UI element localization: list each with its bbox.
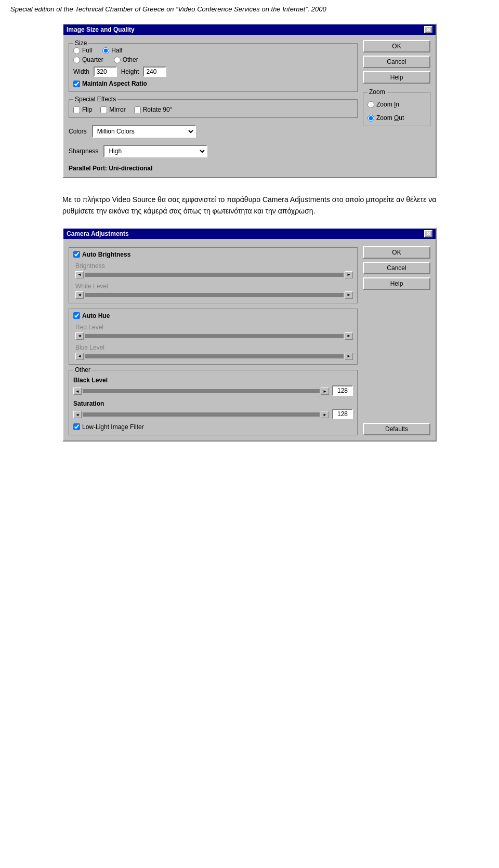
camera-defaults-button[interactable]: Defaults [363, 423, 430, 435]
saturation-label: Saturation [73, 400, 353, 407]
camera-left: Auto Brightness Brightness ◄ ► White Lev… [69, 244, 358, 435]
mirror-checkbox[interactable] [100, 106, 107, 113]
half-label: Half [111, 47, 122, 54]
sharpness-row: Sharpness High Medium Low [69, 145, 358, 157]
auto-brightness-item[interactable]: Auto Brightness [73, 251, 353, 258]
black-right-arrow[interactable]: ► [321, 388, 329, 395]
saturation-left-arrow[interactable]: ◄ [73, 411, 82, 418]
black-level-field[interactable] [332, 385, 353, 396]
rotate-label: Rotate 90° [143, 106, 173, 113]
quarter-radio-item[interactable]: Quarter [73, 56, 103, 63]
image-size-right: OK Cancel Help Zoom Zoom In Zoom Out [363, 40, 430, 172]
camera-cancel-button[interactable]: Cancel [363, 262, 430, 274]
saturation-right-arrow[interactable]: ► [321, 411, 329, 418]
other-group-label: Other [73, 366, 92, 373]
maintain-aspect-label: Maintain Aspect Ratio [82, 80, 147, 87]
saturation-section: Saturation ◄ ► [73, 400, 353, 419]
brightness-left-arrow[interactable]: ◄ [75, 271, 84, 278]
half-radio[interactable] [102, 47, 109, 54]
other-radio[interactable] [114, 57, 121, 63]
camera-right: OK Cancel Help Defaults [363, 244, 430, 435]
rotate-checkbox[interactable] [134, 106, 141, 113]
parallel-port: Parallel Port: Uni-directional [69, 165, 358, 172]
ok-button[interactable]: OK [363, 40, 430, 52]
full-radio[interactable] [73, 47, 80, 54]
red-bar [85, 334, 344, 338]
mirror-item[interactable]: Mirror [100, 106, 125, 113]
image-size-close-button[interactable]: ✕ [424, 26, 432, 33]
blue-level-slider[interactable]: ◄ ► [75, 353, 353, 360]
zoom-in-item[interactable]: Zoom In [367, 101, 426, 108]
blue-left-arrow[interactable]: ◄ [75, 353, 84, 360]
height-field[interactable] [143, 66, 166, 77]
flip-label: Flip [82, 106, 92, 113]
white-level-section: White Level ◄ ► [73, 283, 353, 299]
cancel-button[interactable]: Cancel [363, 56, 430, 68]
camera-title: Camera Adjustments [67, 230, 129, 237]
height-label: Height [121, 68, 139, 75]
spacer [363, 293, 430, 420]
brightness-right-arrow[interactable]: ► [345, 271, 353, 278]
half-radio-item[interactable]: Half [102, 47, 122, 54]
special-effects-label: Special Effects [73, 96, 117, 103]
zoom-label: Zoom [367, 88, 387, 96]
special-effects-row: Flip Mirror Rotate 90° [73, 106, 353, 113]
maintain-aspect-checkbox[interactable] [73, 81, 80, 87]
zoom-in-label: Zoom In [376, 101, 399, 108]
brightness-section: Brightness ◄ ► [73, 262, 353, 278]
size-radio-row1: Full Half [73, 47, 353, 54]
size-group-label: Size [73, 39, 88, 47]
black-level-slider[interactable]: ◄ ► [73, 388, 329, 395]
black-left-arrow[interactable]: ◄ [73, 388, 82, 395]
flip-checkbox[interactable] [73, 106, 80, 113]
red-right-arrow[interactable]: ► [345, 332, 353, 340]
blue-right-arrow[interactable]: ► [345, 353, 353, 360]
width-label: Width [73, 68, 89, 75]
body-text: Με το πλήκτρο Video Source θα σας εμφανι… [62, 194, 437, 217]
black-level-row: ◄ ► [73, 385, 353, 396]
low-light-item[interactable]: Low-Light Image Filter [73, 423, 353, 431]
other-group: Other Black Level ◄ ► Saturation [69, 370, 358, 435]
auto-brightness-checkbox[interactable] [73, 251, 80, 258]
colors-label: Colors [69, 128, 87, 135]
auto-hue-label: Auto Hue [82, 312, 110, 319]
auto-hue-item[interactable]: Auto Hue [73, 312, 353, 319]
auto-brightness-label: Auto Brightness [82, 251, 130, 258]
red-level-label: Red Level [75, 324, 353, 331]
blue-level-section: Blue Level ◄ ► [73, 344, 353, 360]
white-bar [85, 293, 344, 297]
rotate-item[interactable]: Rotate 90° [134, 106, 173, 113]
flip-item[interactable]: Flip [73, 106, 92, 113]
quarter-radio[interactable] [73, 57, 80, 63]
saturation-field[interactable] [332, 409, 353, 419]
saturation-slider[interactable]: ◄ ► [73, 411, 329, 418]
zoom-out-item[interactable]: Zoom Out [367, 114, 426, 122]
low-light-checkbox[interactable] [73, 423, 80, 430]
other-radio-item[interactable]: Other [114, 56, 138, 63]
image-size-title: Image Size and Quality [67, 26, 135, 33]
zoom-out-radio[interactable] [367, 115, 374, 122]
sharpness-label: Sharpness [69, 148, 98, 155]
brightness-slider[interactable]: ◄ ► [75, 271, 353, 278]
width-field[interactable] [94, 66, 117, 77]
white-right-arrow[interactable]: ► [345, 291, 353, 299]
red-left-arrow[interactable]: ◄ [75, 332, 84, 340]
size-group: Size Full Half Quarter [69, 43, 358, 92]
full-radio-item[interactable]: Full [73, 47, 92, 54]
white-level-slider[interactable]: ◄ ► [75, 291, 353, 299]
help-button[interactable]: Help [363, 71, 430, 84]
camera-content: Auto Brightness Brightness ◄ ► White Lev… [63, 239, 436, 440]
zoom-in-radio[interactable] [367, 101, 374, 108]
camera-help-button[interactable]: Help [363, 277, 430, 290]
black-level-label: Black Level [73, 377, 353, 384]
auto-hue-checkbox[interactable] [73, 312, 80, 319]
camera-titlebar: Camera Adjustments ✕ [63, 229, 436, 239]
camera-close-button[interactable]: ✕ [424, 230, 432, 237]
white-left-arrow[interactable]: ◄ [75, 291, 84, 299]
maintain-aspect-item[interactable]: Maintain Aspect Ratio [73, 80, 353, 87]
camera-ok-button[interactable]: OK [363, 246, 430, 259]
red-level-slider[interactable]: ◄ ► [75, 332, 353, 340]
blue-level-label: Blue Level [75, 344, 353, 351]
sharpness-select[interactable]: High Medium Low [103, 145, 207, 157]
colors-select[interactable]: Million Colors 256 Colors 16 Colors [92, 125, 196, 138]
